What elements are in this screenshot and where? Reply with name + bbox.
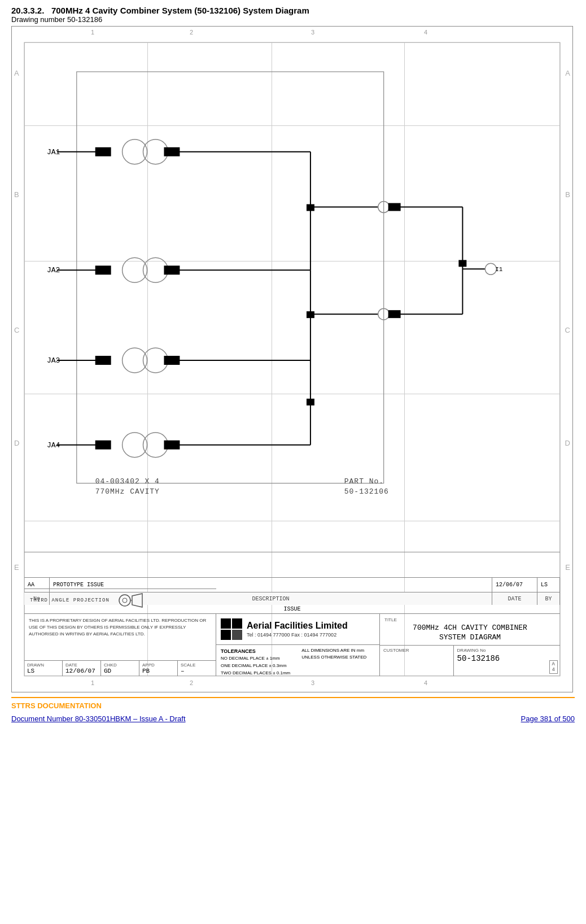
svg-rect-35 (307, 399, 314, 406)
title-label: TITLE (384, 617, 556, 622)
drawing-no-cell: DRAWING No 50-132186 A 4 (454, 646, 560, 676)
svg-text:770MHz CAVITY: 770MHz CAVITY (95, 487, 160, 496)
company-contact: Tel : 01494 777000 Fax : 01494 777002 (247, 632, 348, 638)
drawn-row: DRAWN LS DATE 12/06/07 CHKD GD APPD (24, 660, 216, 676)
logo-square-black-1 (221, 618, 231, 629)
drawn-value: LS (27, 668, 59, 674)
svg-text:JA1: JA1 (47, 148, 60, 156)
tol1: NO DECIMAL PLACE ± 1mm (221, 655, 290, 663)
scale-label: SCALE (181, 663, 213, 668)
svg-text:PART No.: PART No. (344, 477, 384, 486)
drawing-no-label: DRAWING No (457, 648, 557, 653)
chkd-label: CHKD (104, 663, 136, 668)
svg-text:JA4: JA4 (47, 441, 60, 450)
svg-text:04-003402 X 4: 04-003402 X 4 (95, 477, 160, 486)
projection-symbol-svg (116, 592, 145, 608)
title-line1: 700MHz 4CH CAVITY COMBINER (384, 624, 556, 632)
svg-text:JA2: JA2 (47, 266, 60, 274)
svg-rect-17 (95, 356, 111, 365)
title-line2: SYSTEM DIAGRAM (384, 633, 556, 642)
appd-value: PB (142, 668, 174, 674)
date-cell: DATE 12/06/07 (63, 661, 101, 676)
aerial-logo-squares-top (221, 618, 242, 629)
drawing-area: 1 2 3 4 1 2 3 4 A B C D E A B C D E (11, 26, 573, 692)
svg-marker-55 (132, 594, 142, 607)
customer-label: CUSTOMER (383, 648, 450, 653)
document-number: Document Number 80-330501HBKM – Issue A … (11, 714, 186, 723)
svg-rect-38 (388, 203, 401, 211)
svg-rect-3 (95, 147, 111, 156)
chkd-value: GD (104, 668, 136, 674)
logo-square-dark-4 (232, 630, 242, 640)
bottom-block: THIS IS A PROPRIETARY DESIGN OF AERIAL F… (24, 614, 560, 676)
bottom-right-block: TITLE 700MHz 4CH CAVITY COMBINER SYSTEM … (379, 614, 560, 676)
appd-label: APPD (142, 663, 174, 668)
svg-rect-24 (95, 441, 111, 450)
tol3: TWO DECIMAL PLACES ± 0.1mm (221, 670, 290, 677)
projection-block: THIRD ANGLE PROJECTION (24, 589, 216, 611)
issue-by-cell: LS (537, 578, 560, 592)
scale-cell: SCALE – (178, 661, 216, 676)
svg-rect-34 (307, 311, 314, 318)
aerial-logo (221, 618, 242, 640)
drawn-label: DRAWN (27, 663, 59, 668)
logo-square-black-2 (232, 618, 242, 629)
svg-rect-42 (388, 310, 401, 318)
aerial-logo-squares-bottom (221, 630, 242, 640)
issue-header-by: BY (537, 592, 560, 605)
proprietary-text: THIS IS A PROPRIETARY DESIGN OF AERIAL F… (29, 617, 211, 638)
tolerances-block: TOLERANCES NO DECIMAL PLACE ± 1mm ONE DE… (216, 645, 379, 679)
section-title: 20.3.3.2. 700MHz 4 Cavity Combiner Syste… (11, 6, 575, 15)
drawing-number: Drawing number 50-132186 (11, 15, 575, 24)
svg-text:50-132106: 50-132106 (344, 487, 389, 496)
page-header: 20.3.3.2. 700MHz 4 Cavity Combiner Syste… (11, 6, 575, 24)
svg-rect-1 (77, 72, 384, 483)
issue-badge-line1: A (552, 661, 555, 667)
sttrs-doc-label: STTRS DOCUMENTATION (11, 701, 575, 710)
svg-rect-10 (95, 265, 111, 274)
svg-text:JA3: JA3 (47, 356, 60, 365)
aerial-text-block: Aerial Facilities Limited Tel : 01494 77… (247, 621, 348, 638)
svg-text:I1: I1 (495, 266, 503, 273)
svg-rect-48 (458, 260, 466, 267)
footer-bottom: Document Number 80-330501HBKM – Issue A … (11, 714, 575, 723)
company-name: Aerial Facilities Limited (247, 621, 348, 631)
chkd-cell: CHKD GD (101, 661, 139, 676)
issue-date-cell: 12/06/07 (492, 578, 537, 592)
projection-text: THIRD ANGLE PROJECTION (30, 598, 110, 603)
bottom-middle-block: Aerial Facilities Limited Tel : 01494 77… (216, 614, 379, 676)
svg-point-54 (123, 598, 127, 603)
drawing-no-value: 50-132186 (457, 654, 557, 663)
drawn-cell: DRAWN LS (24, 661, 63, 676)
date-label: DATE (65, 663, 98, 668)
date-value: 12/06/07 (65, 668, 98, 674)
customer-cell: CUSTOMER (380, 646, 454, 676)
tol2: ONE DECIMAL PLACE ± 0.3mm (221, 663, 290, 670)
aerial-block: Aerial Facilities Limited Tel : 01494 77… (216, 614, 379, 645)
section-number: 20.3.3.2. (11, 6, 44, 15)
svg-point-53 (119, 595, 130, 606)
scale-value: – (181, 668, 213, 674)
section-heading: 700MHz 4 Cavity Combiner System (50-1321… (51, 6, 309, 15)
title-cell: TITLE 700MHz 4CH CAVITY COMBINER SYSTEM … (380, 614, 560, 646)
issue-badge: A 4 (549, 660, 558, 674)
issue-header-date: DATE (492, 592, 537, 605)
page-footer: STTRS DOCUMENTATION Document Number 80-3… (11, 697, 575, 723)
dimensions-note: ALL DIMENSIONS ARE IN mm UNLESS OTHERWIS… (301, 647, 369, 677)
appd-cell: APPD PB (139, 661, 178, 676)
tolerances-left: TOLERANCES NO DECIMAL PLACE ± 1mm ONE DE… (221, 647, 290, 677)
page-number: Page 381 of 500 (521, 714, 575, 723)
issue-badge-line2: 4 (552, 667, 555, 673)
tolerances-title: TOLERANCES (221, 647, 290, 655)
customer-drawing-row: CUSTOMER DRAWING No 50-132186 A 4 (380, 646, 560, 676)
logo-square-black-3 (221, 630, 231, 640)
title-block: AA PROTOTYPE ISSUE 12/06/07 LS No DESCRI… (24, 552, 560, 676)
page-container: 20.3.3.2. 700MHz 4 Cavity Combiner Syste… (0, 0, 586, 729)
